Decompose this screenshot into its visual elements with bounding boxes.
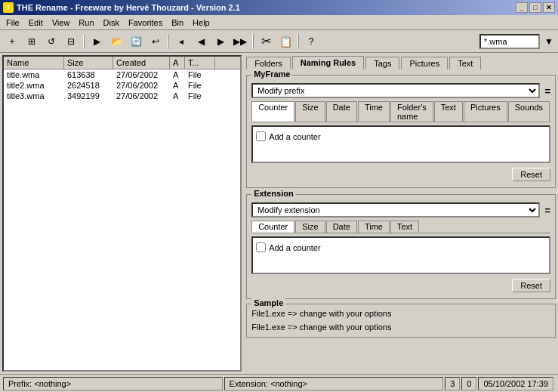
extension-tab-size[interactable]: Size <box>295 221 325 233</box>
toolbar-open-btn[interactable]: 📂 <box>107 33 125 50</box>
toolbar-sep-1 <box>83 34 85 49</box>
file-row[interactable]: title3.wma 3492199 27/06/2002 A File <box>4 91 240 101</box>
toolbar-undo-btn[interactable]: ↩ <box>146 33 165 50</box>
status-prefix: Prefix: <nothing> <box>3 377 223 390</box>
menu-view[interactable]: View <box>48 17 75 29</box>
extension-title: Extension <box>251 189 296 198</box>
tab-folders[interactable]: Folders <box>246 57 291 69</box>
myframe-inner-tab-bar: Counter Size Date Time Folder's name Tex… <box>251 101 550 122</box>
myframe-reset-button[interactable]: Reset <box>512 168 550 181</box>
menu-edit[interactable]: Edit <box>24 17 48 29</box>
extension-tab-date[interactable]: Date <box>326 221 357 233</box>
col-header-created[interactable]: Created <box>113 57 170 69</box>
extension-group: Extension Modify extension Add extension… <box>246 194 556 299</box>
myframe-tab-sounds[interactable]: Sounds <box>508 101 550 122</box>
tab-tags[interactable]: Tags <box>365 57 399 69</box>
tab-naming-rules[interactable]: Naming Rules <box>292 56 364 69</box>
app-icon: T <box>3 2 14 13</box>
title-bar-controls: _ □ ✕ <box>516 2 555 13</box>
toolbar-next2-btn[interactable]: ▶▶ <box>231 33 249 50</box>
toolbar-copy-btn[interactable]: ⊞ <box>23 33 41 50</box>
toolbar: + ⊞ ↺ ⊟ ▶ 📂 🔄 ↩ ◂ ◀ ▶ ▶▶ ✂ 📋 ? ▼ <box>0 30 558 53</box>
title-bar: T THE Rename - Freeware by Hervé Thouzar… <box>0 0 558 15</box>
extension-panel-content: Add a counter <box>251 236 550 274</box>
window-title: THE Rename - Freeware by Hervé Thouzard … <box>17 3 240 12</box>
col-header-name[interactable]: Name <box>4 57 64 69</box>
extension-add-counter-checkbox[interactable] <box>256 242 266 252</box>
col-header-a[interactable]: A <box>170 57 185 69</box>
extension-tab-text[interactable]: Text <box>390 221 419 233</box>
maximize-button[interactable]: □ <box>529 2 541 13</box>
toolbar-prev2-btn[interactable]: ◀ <box>192 33 210 50</box>
myframe-tab-date[interactable]: Date <box>326 101 357 122</box>
extension-reset-button[interactable]: Reset <box>512 279 550 292</box>
file-name: title3.wma <box>4 91 64 100</box>
menu-help[interactable]: Help <box>188 17 214 29</box>
tab-text[interactable]: Text <box>449 57 481 69</box>
toolbar-refresh-btn[interactable]: ↺ <box>42 33 60 50</box>
toolbar-next-btn[interactable]: ▶ <box>211 33 230 50</box>
menu-bar: File Edit View Run Disk Favorites Bin He… <box>0 15 558 30</box>
file-row[interactable]: title2.wma 2624518 27/06/2002 A File <box>4 80 240 91</box>
myframe-dropdown-row: Modify prefix Modify suffix Replace Inse… <box>251 83 550 98</box>
extension-dropdown-wrapper: Modify extension Add extension Remove ex… <box>251 202 540 218</box>
file-row[interactable]: title.wma 613638 27/06/2002 A File <box>4 69 240 80</box>
myframe-tab-foldername[interactable]: Folder's name <box>390 101 433 122</box>
myframe-add-counter-checkbox[interactable] <box>256 131 266 141</box>
extension-dropdown[interactable]: Modify extension Add extension Remove ex… <box>251 202 540 218</box>
status-extension: Extension: <nothing> <box>224 377 444 390</box>
minimize-button[interactable]: _ <box>516 2 528 13</box>
filter-dropdown-btn[interactable]: ▼ <box>543 33 555 50</box>
sample-group: Sample File1.exe => change with your opt… <box>246 304 556 338</box>
menu-bin[interactable]: Bin <box>167 17 188 29</box>
myframe-tab-time[interactable]: Time <box>358 101 390 122</box>
menu-run[interactable]: Run <box>74 17 98 29</box>
status-count2: 0 <box>461 377 476 390</box>
toolbar-run-btn[interactable]: ▶ <box>88 33 106 50</box>
extension-inner-tab-bar: Counter Size Date Time Text <box>251 221 550 233</box>
myframe-tab-counter[interactable]: Counter <box>251 101 294 122</box>
myframe-dropdown-wrapper: Modify prefix Modify suffix Replace Inse… <box>251 83 540 98</box>
right-panel: Folders Naming Rules Tags Pictures Text … <box>244 53 558 374</box>
menu-file[interactable]: File <box>2 17 24 29</box>
col-header-t[interactable]: T... <box>185 57 215 69</box>
toolbar-remove-btn[interactable]: ⊟ <box>62 33 80 50</box>
toolbar-sep-2 <box>168 34 169 49</box>
extension-tab-time[interactable]: Time <box>358 221 390 233</box>
myframe-add-counter-row: Add a counter <box>256 130 546 143</box>
col-header-size[interactable]: Size <box>64 57 113 69</box>
close-button[interactable]: ✕ <box>543 2 555 13</box>
myframe-tab-text[interactable]: Text <box>434 101 463 122</box>
extension-add-counter-label: Add a counter <box>269 243 321 252</box>
toolbar-cut-btn[interactable]: ✂ <box>257 33 275 50</box>
file-name: title2.wma <box>4 81 64 90</box>
toolbar-sep-3 <box>252 34 254 49</box>
extension-eq-sign: = <box>544 205 550 216</box>
filter-input[interactable] <box>479 34 540 49</box>
file-type: File <box>185 91 215 100</box>
file-created: 27/06/2002 <box>113 91 170 100</box>
extension-tab-counter[interactable]: Counter <box>251 221 294 233</box>
menu-disk[interactable]: Disk <box>99 17 124 29</box>
menu-favorites[interactable]: Favorites <box>124 17 167 29</box>
file-created: 27/06/2002 <box>113 70 170 79</box>
file-size: 2624518 <box>64 81 113 90</box>
file-type: File <box>185 70 215 79</box>
file-panel: Name Size Created A T... title.wma 61363… <box>2 55 242 372</box>
file-attr: A <box>170 91 185 100</box>
extension-add-counter-row: Add a counter <box>256 241 546 254</box>
myframe-title: MyFrame <box>251 69 292 79</box>
toolbar-paste-btn[interactable]: 📋 <box>276 33 294 50</box>
tab-pictures[interactable]: Pictures <box>401 57 448 69</box>
myframe-tab-pictures[interactable]: Pictures <box>464 101 507 122</box>
toolbar-help-btn[interactable]: ? <box>302 33 320 50</box>
toolbar-prev-btn[interactable]: ◂ <box>172 33 190 50</box>
myframe-dropdown[interactable]: Modify prefix Modify suffix Replace Inse… <box>251 83 540 98</box>
file-list-header: Name Size Created A T... <box>4 57 240 69</box>
toolbar-sep-4 <box>297 34 299 49</box>
myframe-tab-size[interactable]: Size <box>295 101 325 122</box>
myframe-eq-sign: = <box>544 85 550 97</box>
toolbar-add-btn[interactable]: + <box>3 33 21 50</box>
file-attr: A <box>170 70 185 79</box>
toolbar-reload-btn[interactable]: 🔄 <box>127 33 145 50</box>
